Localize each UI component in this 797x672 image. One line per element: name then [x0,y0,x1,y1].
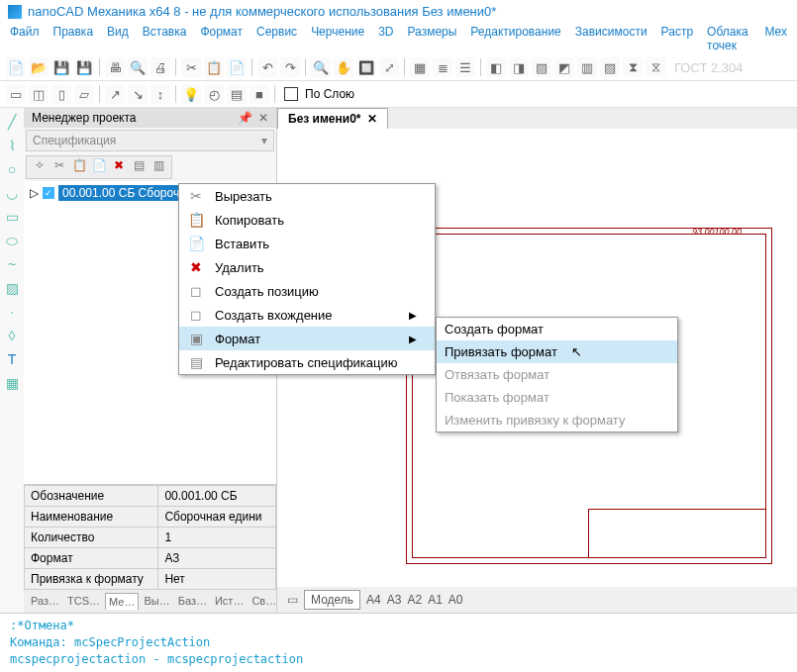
redo-icon[interactable]: ↷ [280,57,300,77]
menu-pointclouds[interactable]: Облака точек [707,25,750,52]
command-console[interactable]: :*Отмена* Команда: mcSpecProjectAction m… [0,613,797,671]
panel-tab-active[interactable]: Ме… [105,593,139,610]
tb2-2-icon[interactable]: ◫ [29,84,49,104]
new-icon[interactable]: 📄 [6,57,26,77]
layout-tab[interactable]: A4 [366,593,381,607]
rect-tool-icon[interactable]: ▭ [3,209,21,227]
plot-icon[interactable]: 🖨 [150,57,170,77]
layer-dropdown[interactable]: По Слою [305,87,354,101]
tb2-8-icon[interactable]: 💡 [181,84,201,104]
tb2-3-icon[interactable]: ▯ [51,84,71,104]
point-tool-icon[interactable]: · [3,304,21,322]
ctx-copy[interactable]: 📋Копировать [179,208,435,232]
ptb6-icon[interactable]: ▤ [130,158,148,176]
menu-raster[interactable]: Растр [661,25,693,52]
tb2-6-icon[interactable]: ↘ [128,84,148,104]
zoom-extents-icon[interactable]: ⤢ [379,57,399,77]
spec-dropdown[interactable]: Спецификация ▾ [26,130,274,151]
layout-tab[interactable]: A3 [387,593,402,607]
ptb4-icon[interactable]: 📄 [90,158,108,176]
tb2-9-icon[interactable]: ◴ [204,84,224,104]
ctx-format[interactable]: ▣Формат▶ [179,327,435,350]
menu-insert[interactable]: Вставка [143,25,187,52]
checkbox-icon[interactable]: ✓ [43,187,54,199]
copy-icon[interactable]: 📋 [204,57,224,77]
menu-drafting[interactable]: Черчение [311,25,364,52]
panel-tab[interactable]: TCS… [64,593,103,610]
hatch-tool-icon[interactable]: ▨ [3,280,21,298]
panel-tab[interactable]: Ист… [212,593,247,610]
tb2-11-icon[interactable]: ■ [249,84,269,104]
ctx-delete[interactable]: ✖Удалить [179,255,435,279]
tb2-5-icon[interactable]: ↗ [105,84,125,104]
layout-tab[interactable]: A0 [448,593,463,607]
undo-icon[interactable]: ↶ [257,57,277,77]
color-swatch[interactable] [284,87,298,101]
cut-icon[interactable]: ✂ [181,57,201,77]
menu-file[interactable]: Файл [10,25,40,52]
ctx-cut[interactable]: ✂Вырезать [179,184,435,208]
menu-service[interactable]: Сервис [256,25,297,52]
print-icon[interactable]: 🖶 [105,57,125,77]
tb2-10-icon[interactable]: ▤ [227,84,247,104]
preview-icon[interactable]: 🔍 [128,57,148,77]
ctx-create-entry[interactable]: ◻Создать вхождение▶ [179,303,435,327]
model-tab[interactable]: Модель [304,590,360,610]
ptb2-icon[interactable]: ✂ [50,158,68,176]
save-icon[interactable]: 💾 [51,57,71,77]
ellipse-tool-icon[interactable]: ⬭ [3,233,21,250]
text-tool-icon[interactable]: T [3,351,21,369]
misc7-icon[interactable]: ⧗ [623,57,643,77]
menu-format[interactable]: Формат [200,25,243,52]
menu-dimensions[interactable]: Размеры [407,25,456,52]
expand-icon[interactable]: ▷ [30,186,39,200]
region-tool-icon[interactable]: ◊ [3,328,21,345]
layout-tab[interactable]: A1 [428,593,443,607]
panel-tab[interactable]: Баз… [175,593,210,610]
close-panel-icon[interactable]: ✕ [258,111,268,125]
ptb1-icon[interactable]: ✧ [31,158,49,176]
gost-label[interactable]: ГОСТ 2.304 [674,60,743,75]
arc-tool-icon[interactable]: ◡ [3,185,21,203]
misc5-icon[interactable]: ▥ [577,57,597,77]
open-icon[interactable]: 📂 [29,57,49,77]
pan-icon[interactable]: ✋ [334,57,353,77]
misc2-icon[interactable]: ◨ [509,57,529,77]
menu-constraints[interactable]: Зависимости [575,25,648,52]
panel-tab[interactable]: Св… [249,593,279,610]
polyline-tool-icon[interactable]: ⌇ [3,138,21,155]
panel-tab[interactable]: Раз… [28,593,62,610]
tb2-7-icon[interactable]: ↕ [150,84,170,104]
props-icon[interactable]: ☰ [455,57,475,77]
ctx-paste[interactable]: 📄Вставить [179,232,435,255]
panel-tab[interactable]: Вы… [141,593,172,610]
misc4-icon[interactable]: ◩ [554,57,574,77]
ctx-bind-format[interactable]: Привязать формат↖ [437,340,677,363]
tb2-1-icon[interactable]: ▭ [6,84,26,104]
menu-mech[interactable]: Мех [764,25,787,52]
misc3-icon[interactable]: ▧ [532,57,551,77]
menu-edit[interactable]: Правка [53,25,94,52]
menu-3d[interactable]: 3D [378,25,393,52]
ctx-create-position[interactable]: ◻Создать позицию [179,279,435,303]
ptb5-icon[interactable]: ✖ [110,158,128,176]
zoom-icon[interactable]: 🔍 [311,57,331,77]
ctx-edit-spec[interactable]: ▤Редактировать спецификацию [179,350,435,374]
circle-tool-icon[interactable]: ○ [3,161,21,179]
pin-icon[interactable]: 📌 [238,111,252,125]
tb2-4-icon[interactable]: ▱ [74,84,94,104]
document-tab[interactable]: Без имени0* ✕ [277,108,388,129]
table-tool-icon[interactable]: ▦ [3,375,21,393]
saveall-icon[interactable]: 💾 [74,57,94,77]
close-tab-icon[interactable]: ✕ [367,112,377,126]
spline-tool-icon[interactable]: ~ [3,256,21,274]
paste-icon[interactable]: 📄 [227,57,247,77]
ctx-create-format[interactable]: Создать формат [437,318,677,340]
line-tool-icon[interactable]: ╱ [3,114,21,132]
misc8-icon[interactable]: ⧖ [646,57,665,77]
layer-icon[interactable]: ≣ [433,57,452,77]
layout-tab[interactable]: A2 [407,593,422,607]
menu-modify[interactable]: Редактирование [470,25,560,52]
misc1-icon[interactable]: ◧ [486,57,506,77]
ptb3-icon[interactable]: 📋 [70,158,88,176]
